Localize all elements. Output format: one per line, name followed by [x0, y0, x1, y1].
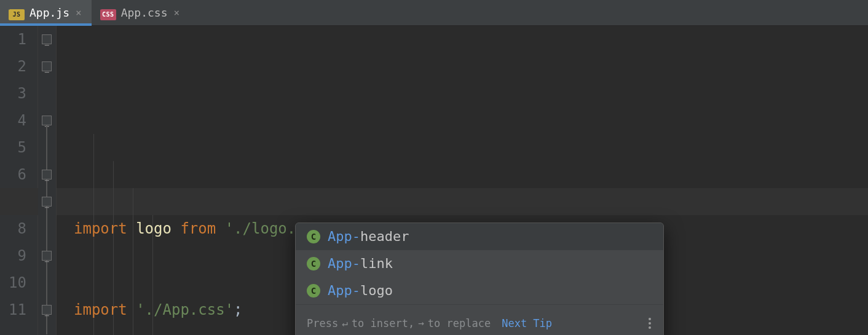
completion-label-rest: logo	[360, 283, 393, 298]
tab-close-button[interactable]: ×	[74, 8, 83, 18]
completion-label-rest: header	[360, 229, 409, 244]
tab-app-js[interactable]: JS App.js ×	[0, 0, 92, 25]
file-dogear-icon	[97, 5, 101, 10]
completion-kind-icon: C	[307, 230, 320, 243]
fold-column	[38, 26, 57, 335]
completion-kind-icon: C	[307, 284, 320, 298]
code-completion-popup: C App-header C App-link C App-logo Press…	[295, 223, 664, 335]
enter-key-icon: ↵	[342, 310, 348, 335]
filetype-css-icon: CSS	[100, 9, 116, 20]
fold-toggle-icon[interactable]	[42, 197, 52, 207]
line-number: 8	[0, 215, 26, 242]
completion-item[interactable]: C App-link	[296, 250, 663, 277]
more-options-icon[interactable]	[646, 315, 653, 331]
line-number: 4	[0, 107, 26, 134]
completion-match-prefix: App-	[328, 256, 360, 271]
fold-toggle-icon[interactable]	[42, 61, 52, 71]
line-number: 6	[0, 161, 26, 188]
tab-app-css[interactable]: CSS App.css ×	[92, 0, 190, 25]
tab-label: App.css	[121, 6, 168, 19]
line-number: 2	[0, 53, 26, 80]
tab-label: App.js	[30, 6, 69, 19]
fold-toggle-icon[interactable]	[42, 251, 52, 261]
completion-label-rest: link	[360, 256, 393, 271]
completion-kind-icon: C	[307, 257, 320, 270]
fold-toggle-icon[interactable]	[42, 305, 52, 315]
fold-toggle-icon[interactable]	[42, 170, 52, 179]
line-number: 9	[0, 242, 26, 269]
line-number: 10	[0, 269, 26, 296]
completion-match-prefix: App-	[328, 283, 360, 298]
tab-key-icon: →	[418, 310, 424, 335]
completion-hint: Press ↵ to insert, → to replace Next Tip	[307, 310, 552, 335]
next-tip-link[interactable]: Next Tip	[502, 310, 552, 335]
line-number: 11	[0, 296, 26, 323]
fold-toggle-icon[interactable]	[42, 34, 52, 44]
completion-item[interactable]: C App-logo	[296, 277, 663, 304]
gutter: 1 2 3 4 5 6 7 8 9 10 11	[0, 26, 38, 335]
completion-item[interactable]: C App-header	[296, 223, 663, 250]
code-editor[interactable]: 1 2 3 4 5 6 7 8 9 10 11 import logo from…	[0, 26, 868, 335]
filetype-js-icon: JS	[9, 9, 25, 20]
tab-close-button[interactable]: ×	[173, 8, 181, 18]
line-number: 3	[0, 80, 26, 107]
line-number: 5	[0, 134, 26, 161]
completion-footer: Press ↵ to insert, → to replace Next Tip	[296, 304, 663, 335]
file-dogear-icon	[5, 5, 10, 10]
editor-tabbar: JS App.js × CSS App.css ×	[0, 0, 868, 26]
fold-toggle-icon[interactable]	[42, 116, 52, 125]
line-number: 1	[0, 26, 26, 53]
completion-match-prefix: App-	[328, 229, 360, 244]
